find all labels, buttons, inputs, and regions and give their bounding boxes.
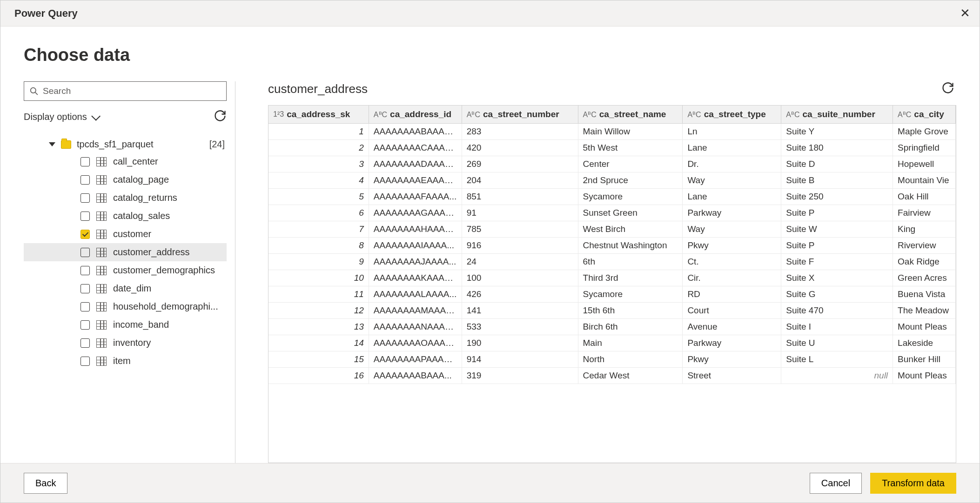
- cell: 426: [462, 286, 578, 302]
- sidebar-item-catalog-page[interactable]: catalog_page: [24, 171, 227, 189]
- checkbox[interactable]: [81, 320, 90, 330]
- checkbox[interactable]: [81, 248, 90, 257]
- checkbox[interactable]: [81, 357, 90, 366]
- sidebar-item-customer[interactable]: customer: [24, 225, 227, 243]
- checkbox[interactable]: [81, 338, 90, 348]
- column-header-ca_city[interactable]: AᴮCca_city: [893, 106, 956, 123]
- cell: 15: [268, 351, 369, 367]
- cell: 190: [462, 335, 578, 351]
- column-header-ca_street_number[interactable]: AᴮCca_street_number: [462, 106, 578, 123]
- sidebar-item-customer-address[interactable]: customer_address: [24, 243, 227, 261]
- column-header-ca_address_id[interactable]: AᴮCca_address_id: [369, 106, 462, 123]
- checkbox[interactable]: [81, 157, 90, 166]
- table-row[interactable]: 2AAAAAAAACAAAA...4205th WestLaneSuite 18…: [268, 140, 956, 156]
- table-row[interactable]: 5AAAAAAAAFAAAA...851SycamoreLaneSuite 25…: [268, 189, 956, 205]
- cell: AAAAAAAACAAAA...: [369, 140, 462, 156]
- checkbox[interactable]: [81, 175, 90, 185]
- cell: 2nd Spruce: [578, 172, 683, 188]
- checkbox[interactable]: [81, 230, 90, 239]
- cell: Main Willow: [578, 124, 683, 139]
- cell: AAAAAAAANAAAA...: [369, 319, 462, 335]
- sidebar-item-inventory[interactable]: inventory: [24, 334, 227, 352]
- table-row[interactable]: 13AAAAAAAANAAAA...533Birch 6thAvenueSuit…: [268, 319, 956, 335]
- back-button[interactable]: Back: [24, 473, 67, 494]
- table-row[interactable]: 14AAAAAAAAOAAAA...190MainParkwaySuite UL…: [268, 335, 956, 351]
- checkbox[interactable]: [81, 193, 90, 203]
- main-row: Display options tpcds_sf1_parquet [24]: [24, 81, 956, 463]
- cell: 13: [268, 319, 369, 335]
- table-row[interactable]: 9AAAAAAAAJAAAA...246thCt.Suite FOak Ridg…: [268, 254, 956, 270]
- table-row[interactable]: 4AAAAAAAAEAAAA...2042nd SpruceWaySuite B…: [268, 172, 956, 189]
- table-row[interactable]: 3AAAAAAAADAAAA...269CenterDr.Suite DHope…: [268, 156, 956, 172]
- cell: Oak Hill: [893, 189, 956, 205]
- cell: Suite 250: [781, 189, 893, 205]
- cell: AAAAAAAABAAA...: [369, 368, 462, 384]
- cancel-button[interactable]: Cancel: [810, 473, 862, 494]
- table-row[interactable]: 10AAAAAAAAKAAAA...100Third 3rdCir.Suite …: [268, 270, 956, 286]
- cell: 7: [268, 221, 369, 237]
- table-row[interactable]: 7AAAAAAAAHAAAA...785West BirchWaySuite W…: [268, 221, 956, 238]
- refresh-preview-icon[interactable]: [941, 81, 954, 97]
- cell: Avenue: [683, 319, 781, 335]
- sidebar-item-income-band[interactable]: income_band: [24, 316, 227, 334]
- preview-title: customer_address: [268, 82, 368, 96]
- sidebar-item-catalog-returns[interactable]: catalog_returns: [24, 189, 227, 207]
- table-label: call_center: [113, 156, 225, 167]
- cell: West Birch: [578, 221, 683, 237]
- cell: Way: [683, 221, 781, 237]
- sidebar-item-customer-demographics[interactable]: customer_demographics: [24, 261, 227, 279]
- sidebar-item-catalog-sales[interactable]: catalog_sales: [24, 207, 227, 225]
- search-box[interactable]: [24, 81, 227, 101]
- table-label: catalog_page: [113, 174, 225, 185]
- titlebar: Power Query ✕: [0, 0, 980, 26]
- table-row[interactable]: 16AAAAAAAABAAA...319Cedar WestStreetnull…: [268, 368, 956, 384]
- cell: Main: [578, 335, 683, 351]
- cell: Suite 470: [781, 303, 893, 318]
- table-icon: [96, 212, 107, 221]
- table-row[interactable]: 8AAAAAAAAIAAAA...916Chestnut WashingtonP…: [268, 238, 956, 254]
- cell: Court: [683, 303, 781, 318]
- text-type-icon: AᴮC: [687, 110, 701, 119]
- close-icon[interactable]: ✕: [956, 6, 974, 20]
- cell: North: [578, 351, 683, 367]
- column-header-ca_street_type[interactable]: AᴮCca_street_type: [683, 106, 781, 123]
- column-name: ca_street_type: [704, 109, 766, 119]
- table-icon: [96, 302, 107, 311]
- table-row[interactable]: 1AAAAAAAABAAAA...283Main WillowLnSuite Y…: [268, 124, 956, 140]
- column-header-ca_suite_number[interactable]: AᴮCca_suite_number: [781, 106, 893, 123]
- database-node[interactable]: tpcds_sf1_parquet [24]: [24, 136, 227, 152]
- table-row[interactable]: 6AAAAAAAAGAAAA...91Sunset GreenParkwaySu…: [268, 205, 956, 221]
- column-name: ca_street_name: [599, 109, 666, 119]
- power-query-window: Power Query ✕ Choose data Display option…: [0, 0, 980, 503]
- chevron-down-icon: [91, 111, 101, 120]
- table-row[interactable]: 11AAAAAAAALAAAA...426SycamoreRDSuite GBu…: [268, 286, 956, 303]
- checkbox[interactable]: [81, 266, 90, 275]
- transform-data-button[interactable]: Transform data: [870, 473, 956, 494]
- content-area: Choose data Display options: [0, 26, 980, 463]
- table-label: customer_demographics: [113, 265, 225, 276]
- cell: AAAAAAAAFAAAA...: [369, 189, 462, 205]
- cell: 1: [268, 124, 369, 139]
- checkbox[interactable]: [81, 212, 90, 221]
- cell: Riverview: [893, 238, 956, 253]
- checkbox[interactable]: [81, 284, 90, 293]
- table-row[interactable]: 12AAAAAAAAMAAAA...14115th 6thCourtSuite …: [268, 303, 956, 319]
- column-header-ca_address_sk[interactable]: 1²3ca_address_sk: [268, 106, 369, 123]
- checkbox[interactable]: [81, 302, 90, 311]
- table-icon: [96, 284, 107, 293]
- sidebar-item-call-center[interactable]: call_center: [24, 152, 227, 171]
- table-label: item: [113, 356, 225, 366]
- cell: Third 3rd: [578, 270, 683, 286]
- column-header-ca_street_name[interactable]: AᴮCca_street_name: [578, 106, 683, 123]
- display-options-dropdown[interactable]: Display options: [24, 112, 98, 122]
- table-row[interactable]: 15AAAAAAAAPAAAA...914NorthPkwySuite LBun…: [268, 351, 956, 368]
- refresh-icon[interactable]: [214, 109, 227, 125]
- sidebar-item-item[interactable]: item: [24, 352, 227, 370]
- search-input[interactable]: [43, 86, 221, 96]
- cell: 16: [268, 368, 369, 384]
- table-icon: [96, 338, 107, 348]
- cell: Pkwy: [683, 351, 781, 367]
- sidebar-item-household-demographi-[interactable]: household_demographi...: [24, 298, 227, 316]
- sidebar-item-date-dim[interactable]: date_dim: [24, 279, 227, 298]
- cell: Mountain Vie: [893, 172, 956, 188]
